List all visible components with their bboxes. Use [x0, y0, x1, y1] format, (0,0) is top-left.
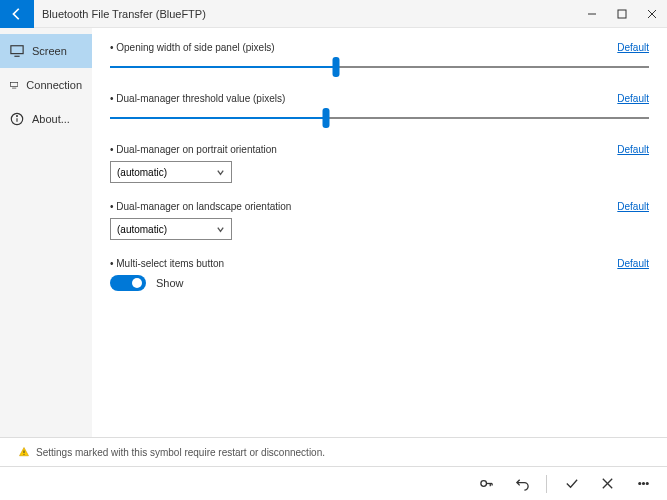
default-link[interactable]: Default: [617, 144, 649, 155]
slider-thumb[interactable]: [333, 57, 340, 77]
setting-dual-portrait: Dual-manager on portrait orientation Def…: [110, 144, 649, 183]
sidebar-item-label: Screen: [32, 45, 67, 57]
svg-rect-1: [618, 10, 626, 18]
maximize-button[interactable]: [607, 0, 637, 28]
key-button[interactable]: [470, 471, 502, 497]
svg-point-12: [23, 454, 24, 455]
connection-icon: [10, 78, 18, 92]
setting-label: Dual-manager threshold value (pixels): [110, 93, 285, 104]
bottom-toolbar: [0, 466, 667, 500]
default-link[interactable]: Default: [617, 42, 649, 53]
undo-button[interactable]: [506, 471, 538, 497]
svg-rect-6: [11, 82, 18, 86]
sidebar-item-label: Connection: [26, 79, 82, 91]
minimize-button[interactable]: [577, 0, 607, 28]
chevron-down-icon: [216, 225, 225, 234]
monitor-icon: [10, 44, 24, 58]
setting-dual-threshold: Dual-manager threshold value (pixels) De…: [110, 93, 649, 126]
svg-point-21: [646, 483, 648, 485]
setting-label: Multi-select items button: [110, 258, 224, 269]
svg-point-19: [638, 483, 640, 485]
setting-label: Dual-manager on portrait orientation: [110, 144, 277, 155]
svg-rect-4: [11, 46, 23, 54]
setting-multiselect: Multi-select items button Default Show: [110, 258, 649, 291]
opening-width-slider[interactable]: [110, 59, 649, 75]
svg-point-13: [480, 481, 486, 487]
svg-point-20: [642, 483, 644, 485]
multiselect-toggle[interactable]: [110, 275, 146, 291]
setting-opening-width: Opening width of side panel (pixels) Def…: [110, 42, 649, 75]
title-bar: Bluetooth File Transfer (BlueFTP): [0, 0, 667, 28]
setting-label: Dual-manager on landscape orientation: [110, 201, 291, 212]
cancel-button[interactable]: [591, 471, 623, 497]
dual-threshold-slider[interactable]: [110, 110, 649, 126]
default-link[interactable]: Default: [617, 201, 649, 212]
window-title: Bluetooth File Transfer (BlueFTP): [42, 8, 577, 20]
setting-dual-landscape: Dual-manager on landscape orientation De…: [110, 201, 649, 240]
sidebar: Screen Connection About...: [0, 28, 92, 437]
apply-button[interactable]: [555, 471, 587, 497]
footer-note-text: Settings marked with this symbol require…: [36, 447, 325, 458]
sidebar-item-connection[interactable]: Connection: [0, 68, 92, 102]
toggle-state-label: Show: [156, 277, 184, 289]
sidebar-item-about[interactable]: About...: [0, 102, 92, 136]
chevron-down-icon: [216, 168, 225, 177]
dual-landscape-select[interactable]: (automatic): [110, 218, 232, 240]
footer-note: Settings marked with this symbol require…: [0, 437, 667, 466]
close-button[interactable]: [637, 0, 667, 28]
more-button[interactable]: [627, 471, 659, 497]
setting-label: Opening width of side panel (pixels): [110, 42, 275, 53]
dual-portrait-select[interactable]: (automatic): [110, 161, 232, 183]
select-value: (automatic): [117, 167, 167, 178]
sidebar-item-label: About...: [32, 113, 70, 125]
back-button[interactable]: [0, 0, 34, 28]
warning-icon: [18, 446, 30, 458]
settings-panel: Opening width of side panel (pixels) Def…: [92, 28, 667, 437]
svg-point-10: [17, 116, 18, 117]
default-link[interactable]: Default: [617, 258, 649, 269]
separator: [546, 475, 547, 493]
slider-thumb[interactable]: [322, 108, 329, 128]
sidebar-item-screen[interactable]: Screen: [0, 34, 92, 68]
select-value: (automatic): [117, 224, 167, 235]
default-link[interactable]: Default: [617, 93, 649, 104]
info-icon: [10, 112, 24, 126]
